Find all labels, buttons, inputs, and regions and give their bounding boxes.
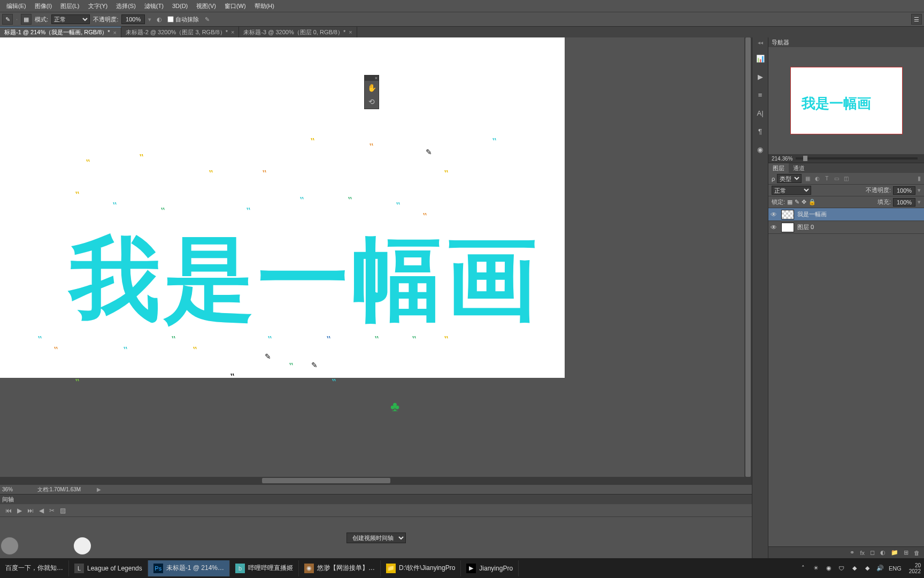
brush-preset-icon[interactable]: ▦ bbox=[21, 14, 32, 25]
taskbar-item-jianying[interactable]: ▶JianyingPro bbox=[461, 560, 519, 576]
taskbar-clock[interactable]: 20 2022 bbox=[906, 562, 921, 574]
layers-tab[interactable]: 图层 bbox=[768, 163, 789, 173]
menu-window[interactable]: 窗口(W) bbox=[220, 1, 250, 11]
close-icon[interactable]: × bbox=[231, 29, 234, 35]
properties-icon[interactable]: ≡ bbox=[755, 89, 766, 100]
layer-row[interactable]: 👁 图层 0 bbox=[768, 221, 924, 234]
filter-pixel-icon[interactable]: ▦ bbox=[804, 175, 811, 182]
pressure-opacity-icon[interactable]: ◐ bbox=[155, 14, 164, 24]
lock-transparent-icon[interactable]: ▦ bbox=[787, 199, 792, 206]
tab-doc-1[interactable]: 标题-1 @ 214%（我是一幅画, RGB/8）*× bbox=[0, 27, 121, 37]
layer-row[interactable]: 👁 我是一幅画 bbox=[768, 208, 924, 221]
close-icon[interactable]: × bbox=[374, 75, 379, 81]
taskbar-item-bilibili[interactable]: b哔哩哔哩直播姬 bbox=[230, 560, 299, 576]
3d-icon[interactable]: ◉ bbox=[755, 144, 766, 155]
panel-toggle-icon[interactable]: ☰ bbox=[911, 14, 922, 25]
horizontal-scrollbar[interactable] bbox=[0, 477, 752, 484]
layer-group-icon[interactable]: 📁 bbox=[891, 549, 898, 556]
menu-select[interactable]: 选择(S) bbox=[112, 1, 140, 11]
menu-view[interactable]: 视图(V) bbox=[192, 1, 220, 11]
menu-3d[interactable]: 3D(D) bbox=[168, 2, 192, 10]
rotate-tool-icon[interactable]: ⟲ bbox=[365, 95, 379, 109]
visibility-icon[interactable]: 👁 bbox=[771, 211, 778, 218]
tray-volume-icon[interactable]: 🔊 bbox=[876, 564, 884, 573]
visibility-icon[interactable]: 👁 bbox=[771, 224, 778, 231]
layer-name[interactable]: 我是一幅画 bbox=[797, 210, 827, 218]
actions-icon[interactable]: ▶ bbox=[755, 71, 766, 82]
tray-chrome-icon[interactable]: ◉ bbox=[825, 564, 833, 573]
navigator-tab[interactable]: 导航器 bbox=[768, 37, 924, 47]
scissors-icon[interactable]: ✂ bbox=[49, 507, 55, 514]
taskbar-item-photoshop[interactable]: Ps未标题-1 @ 214%… bbox=[148, 560, 230, 576]
prev-frame-icon[interactable]: ◀ bbox=[39, 507, 44, 514]
vertical-scrollbar[interactable] bbox=[744, 37, 752, 477]
link-layers-icon[interactable]: ⚭ bbox=[850, 549, 854, 556]
zoom-level[interactable]: 36% bbox=[0, 486, 30, 492]
tray-chevron-up-icon[interactable]: ˄ bbox=[799, 564, 807, 573]
taskbar-item-game[interactable]: ◉悠渺【网游接单】… bbox=[299, 560, 381, 576]
layer-thumbnail[interactable] bbox=[781, 223, 794, 232]
menu-help[interactable]: 帮助(H) bbox=[250, 1, 279, 11]
layer-mask-icon[interactable]: ◻ bbox=[870, 549, 875, 556]
document-canvas[interactable]: 我是一幅画 ‟ ‟ ‟ ‟ ‟ ‟ ‟ ‟ ‟ ‟ ‟ ‟ ‟ ‟ ‟ ‟ ‟ … bbox=[0, 37, 565, 378]
menu-layer[interactable]: 图层(L) bbox=[56, 1, 83, 11]
delete-layer-icon[interactable]: 🗑 bbox=[914, 550, 920, 556]
timeline-tab[interactable]: 间轴 bbox=[0, 495, 752, 504]
goto-first-icon[interactable]: ⏮ bbox=[5, 507, 12, 514]
pressure-size-icon[interactable]: ✎ bbox=[202, 14, 212, 24]
taskbar-item-baidu[interactable]: 百度一下，你就知… bbox=[0, 560, 69, 576]
layer-fill-input[interactable] bbox=[893, 198, 915, 207]
menu-image[interactable]: 图像(I) bbox=[30, 1, 56, 11]
floating-tool-panel[interactable]: × ✋ ⟲ bbox=[364, 75, 379, 109]
channels-tab[interactable]: 通道 bbox=[789, 163, 809, 173]
tray-weather-icon[interactable]: ☀ bbox=[812, 564, 820, 573]
blend-mode-select[interactable]: 正常 bbox=[772, 186, 811, 195]
new-layer-icon[interactable]: ⊞ bbox=[904, 549, 908, 556]
pencil-tool-icon[interactable]: ✎ bbox=[2, 14, 13, 25]
layer-kind-select[interactable]: 类型 bbox=[777, 174, 802, 183]
goto-last-icon[interactable]: ⏭ bbox=[27, 507, 34, 514]
layer-name[interactable]: 图层 0 bbox=[797, 223, 814, 231]
auto-erase-checkbox[interactable]: 自动抹除 bbox=[167, 16, 199, 24]
grass-mark: ‟ bbox=[37, 335, 42, 345]
lock-all-icon[interactable]: 🔒 bbox=[808, 199, 816, 206]
close-icon[interactable]: × bbox=[349, 29, 352, 35]
tab-doc-2[interactable]: 未标题-2 @ 3200%（图层 3, RGB/8）*× bbox=[121, 27, 239, 37]
taskbar-item-explorer[interactable]: 📁D:\软件\JianyingPro bbox=[381, 560, 461, 576]
blend-mode-select[interactable]: 正常 bbox=[51, 14, 90, 24]
tab-doc-3[interactable]: 未标题-3 @ 3200%（图层 0, RGB/8）*× bbox=[239, 27, 357, 37]
play-icon[interactable]: ▶ bbox=[17, 507, 22, 514]
filter-type-icon[interactable]: T bbox=[823, 175, 830, 182]
lock-position-icon[interactable]: ✥ bbox=[802, 199, 806, 206]
opacity-input[interactable] bbox=[121, 14, 145, 24]
filter-adjust-icon[interactable]: ◐ bbox=[813, 175, 821, 182]
chevron-right-icon[interactable]: ▶ bbox=[97, 486, 101, 492]
navigator-zoom[interactable]: 214.36% bbox=[772, 156, 792, 162]
transition-icon[interactable]: ▨ bbox=[60, 507, 66, 514]
layer-thumbnail[interactable] bbox=[781, 210, 794, 219]
menu-type[interactable]: 文字(Y) bbox=[84, 1, 112, 11]
menu-filter[interactable]: 滤镜(T) bbox=[140, 1, 168, 11]
paragraph-icon[interactable]: ¶ bbox=[755, 126, 766, 136]
tray-app-icon[interactable]: ◆ bbox=[850, 564, 859, 573]
lock-image-icon[interactable]: ✎ bbox=[795, 199, 799, 206]
create-timeline-select[interactable]: 创建视频时间轴 bbox=[346, 533, 406, 543]
tray-app-icon[interactable]: ◆ bbox=[863, 564, 872, 573]
close-icon[interactable]: × bbox=[113, 29, 117, 36]
histogram-icon[interactable]: 📊 bbox=[755, 53, 766, 64]
filter-toggle-icon[interactable]: ▮ bbox=[918, 175, 921, 182]
layer-style-icon[interactable]: fx bbox=[860, 550, 865, 556]
navigator-thumbnail[interactable]: 我是一幅画 bbox=[790, 67, 903, 134]
tray-shield-icon[interactable]: 🛡 bbox=[837, 564, 846, 573]
layer-opacity-input[interactable] bbox=[893, 186, 915, 195]
taskbar-item-lol[interactable]: LLeague of Legends bbox=[69, 560, 148, 576]
navigator-zoom-slider[interactable] bbox=[796, 157, 918, 159]
collapse-icon[interactable]: ◂◂ bbox=[758, 40, 763, 45]
hand-tool-icon[interactable]: ✋ bbox=[365, 81, 379, 95]
menu-edit[interactable]: 编辑(E) bbox=[2, 1, 30, 11]
filter-shape-icon[interactable]: ▭ bbox=[833, 175, 840, 182]
ime-indicator[interactable]: ENG bbox=[889, 565, 902, 572]
character-icon[interactable]: A| bbox=[755, 108, 766, 118]
filter-smart-icon[interactable]: ◫ bbox=[842, 175, 850, 182]
adjustment-layer-icon[interactable]: ◐ bbox=[880, 549, 886, 556]
